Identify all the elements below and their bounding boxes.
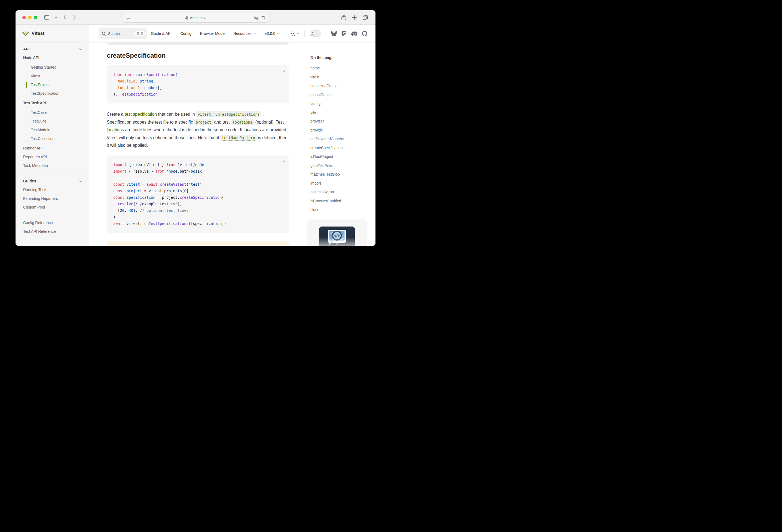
sidebar-item-api[interactable]: API <box>23 45 82 54</box>
sidebar-toggle-icon[interactable] <box>44 15 49 20</box>
zoom-window-button[interactable] <box>34 16 37 19</box>
forward-icon[interactable] <box>73 15 76 20</box>
sponsor-card[interactable]: </> <box>307 219 367 246</box>
sidebar-nav: APINode APIGetting StartedVitestTestProj… <box>15 42 89 236</box>
sidebar-item-guides[interactable]: Guides <box>23 177 82 185</box>
inline-code: locations <box>231 119 254 125</box>
url-text: vitest.dev <box>190 16 205 20</box>
reload-icon[interactable] <box>261 15 265 20</box>
warning-callout: WARNING createSpecification expects reso… <box>107 241 289 246</box>
back-icon[interactable] <box>64 15 66 20</box>
outline-item-browser[interactable]: browser <box>310 117 376 126</box>
discord-icon[interactable] <box>351 31 357 36</box>
site-title: Vitest <box>32 31 44 36</box>
chevron-down-icon <box>79 47 82 51</box>
outline-item-getprovidedcontext[interactable]: getProvidedContext <box>310 135 376 143</box>
outline-item-import[interactable]: import <box>310 179 376 188</box>
sidebar-item-node-api[interactable]: Node API <box>23 54 82 62</box>
sidebar-item-testproject[interactable]: TestProject <box>31 80 82 89</box>
sidebar-item-custom-pool[interactable]: Custom Pool <box>23 203 82 212</box>
svg-text:x: x <box>291 32 292 35</box>
code-block-signature[interactable]: ts function createSpecification( moduleI… <box>107 65 289 103</box>
bluesky-icon[interactable] <box>331 31 337 36</box>
article: createSpecification ts function createSp… <box>107 42 289 246</box>
outline-aside: On this page namevitestserializedConfigg… <box>306 42 376 246</box>
sidebar-item-getting-started[interactable]: Getting Started <box>31 63 82 72</box>
sidebar-item-testcollection[interactable]: TestCollection <box>31 134 82 143</box>
search-placeholder: Search <box>108 32 133 36</box>
outline-item-close[interactable]: close <box>310 205 376 214</box>
outline-item-serializedconfig[interactable]: serializedConfig <box>310 81 376 91</box>
code-block-example[interactable]: ts import { createVitest } from 'vitest/… <box>107 155 289 233</box>
language-menu[interactable]: xA <box>290 31 299 36</box>
minimize-window-button[interactable] <box>28 16 32 19</box>
site-logo[interactable]: Vitest <box>22 25 82 42</box>
sidebar-item-extending-reporters[interactable]: Extending Reporters <box>23 194 82 203</box>
sidebar-item-testsuite[interactable]: TestSuite <box>31 117 82 126</box>
article-paragraph: Create a test specification that can be … <box>107 110 289 149</box>
search-icon <box>102 32 106 36</box>
link-vitest-runtestspecifications[interactable]: vitest.runTestSpecifications <box>196 111 261 117</box>
divider <box>285 30 285 37</box>
outline-item-isbrowserenabled[interactable]: isBrowserEnabled <box>310 197 376 206</box>
address-bar[interactable]: vitest.dev Ax <box>123 13 268 23</box>
sidebar-item-test-api-reference[interactable]: Test API Reference <box>23 227 82 236</box>
previous-code-block-edge <box>107 42 289 45</box>
outline-item-ontestsrerun[interactable]: onTestsRerun <box>310 187 376 197</box>
page-content: createSpecification ts function createSp… <box>89 42 376 246</box>
link-test-specification[interactable]: test specification <box>125 112 157 116</box>
outline-item-isrootproject[interactable]: isRootProject <box>310 152 376 161</box>
theme-toggle[interactable] <box>310 30 321 37</box>
sidebar-item-testmodule[interactable]: TestModule <box>31 126 82 134</box>
sidebar-item-vitest[interactable]: Vitest <box>31 72 82 80</box>
outline-item-vitest[interactable]: vitest <box>310 73 376 82</box>
chevron-down-icon <box>296 33 299 35</box>
tab-overview-icon[interactable] <box>363 15 368 20</box>
outline-item-createspecification[interactable]: createSpecification <box>310 143 376 152</box>
chevron-down-icon[interactable] <box>52 16 58 19</box>
page-title: createSpecification <box>107 52 289 59</box>
nav-dropdown-v3-0-0[interactable]: v3.0.0 <box>265 31 280 36</box>
outline-list: namevitestserializedConfigglobalConfigco… <box>310 64 376 214</box>
outline-item-name[interactable]: name <box>310 64 376 73</box>
close-window-button[interactable] <box>22 16 26 19</box>
nav-link-guide-api[interactable]: Guide & API <box>151 31 172 36</box>
lock-icon <box>185 16 188 20</box>
new-tab-icon[interactable] <box>352 15 357 20</box>
sidebar-item-test-task-api[interactable]: Test Task API <box>23 99 82 107</box>
sidebar-item-testcase[interactable]: TestCase <box>31 108 82 117</box>
sidebar-item-reporters-api[interactable]: Reporters API <box>23 152 82 161</box>
nav-dropdown-resources[interactable]: Resources <box>233 31 256 36</box>
svg-text:</>: </> <box>334 234 340 238</box>
code-lang-badge: ts <box>283 67 285 74</box>
browser-toolbar: vitest.dev Ax <box>15 10 376 25</box>
sidebar-item-task-metadata[interactable]: Task Metadata <box>23 161 82 170</box>
link-locations[interactable]: locations <box>107 128 124 132</box>
doc-navbar: Search ⌘ K Guide & APIConfigBrowser Mode… <box>89 25 376 42</box>
sidebar-item-testspecification[interactable]: TestSpecification <box>31 89 82 98</box>
outline-item-provide[interactable]: provide <box>310 126 376 135</box>
sidebar-item-runner-api[interactable]: Runner API <box>23 144 82 152</box>
sidebar: Vitest APINode APIGetting StartedVitestT… <box>15 25 89 246</box>
sidebar-item-running-tests[interactable]: Running Tests <box>23 185 82 194</box>
chevron-down-icon <box>277 32 280 35</box>
nav-link-browser-mode[interactable]: Browser Mode <box>200 31 225 36</box>
outline-item-config[interactable]: config <box>310 99 376 108</box>
share-icon[interactable] <box>342 15 346 20</box>
mastodon-icon[interactable] <box>342 31 347 36</box>
outline-item-globtestfiles[interactable]: globTestFiles <box>310 161 376 170</box>
github-icon[interactable] <box>362 31 367 36</box>
outline-item-globalconfig[interactable]: globalConfig <box>310 91 376 99</box>
chevron-down-icon <box>253 32 256 35</box>
search-input[interactable]: Search ⌘ K <box>99 28 147 39</box>
translate-icon[interactable]: Ax <box>254 16 259 20</box>
sidebar-item-config-reference[interactable]: Config Reference <box>23 218 82 227</box>
nav-link-config[interactable]: Config <box>180 31 191 36</box>
link-testnamepattern[interactable]: testNamePattern <box>220 135 257 141</box>
chevron-down-icon <box>79 179 82 183</box>
browser-window: vitest.dev Ax <box>15 10 376 246</box>
outline-item-matchestestglob[interactable]: matchesTestGlob <box>310 170 376 179</box>
sun-icon <box>311 32 314 35</box>
translate-icon: xA <box>290 31 295 36</box>
outline-item-vite[interactable]: vite <box>310 108 376 117</box>
